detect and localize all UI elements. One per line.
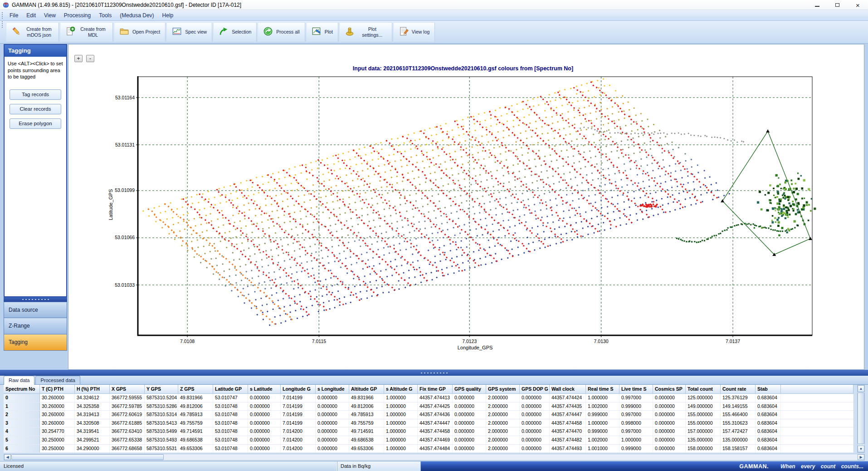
maximize-button[interactable] <box>827 0 848 10</box>
horizontal-splitter[interactable] <box>0 370 868 376</box>
toolbar-button-create-from-mdl[interactable]: Create from MDL <box>60 22 113 42</box>
cell: 0.000000 <box>653 394 686 402</box>
horizontal-scrollbar[interactable]: ◀ ▶ <box>4 454 865 461</box>
cell: 1.002000 <box>586 436 619 444</box>
column-header-spectrum-no[interactable]: Spectrum No <box>4 385 40 394</box>
menu-item-file[interactable]: File <box>5 11 22 20</box>
cell: 5875310.5413 <box>145 419 178 427</box>
menubar-grip[interactable] <box>1 12 4 19</box>
tab-processed-data[interactable]: Processed data <box>35 376 80 384</box>
cell: 0.000000 <box>453 394 486 402</box>
cell: 7.014199 <box>281 419 316 427</box>
menu-item-medusa-dev[interactable]: (Medusa Dev) <box>116 11 158 20</box>
accordion-item-z-range[interactable]: Z-Range <box>4 318 67 334</box>
plot-panel: 7.01087.01157.01237.01307.013753.0116453… <box>68 44 864 370</box>
cell: 125.376129 <box>721 394 756 402</box>
column-header-y-gps[interactable]: Y GPS <box>145 385 178 394</box>
column-header-real-time-s[interactable]: Real time S <box>586 385 619 394</box>
cell: 158.000000 <box>686 445 721 453</box>
table-row[interactable]: 530.25000034.299521366772.653385875310.5… <box>4 436 853 445</box>
column-header-wall-clock[interactable]: Wall clock <box>550 385 586 394</box>
scroll-left-arrow[interactable]: ◀ <box>4 454 11 460</box>
cell: 49.755759 <box>178 419 213 427</box>
cell: 44357.474447 <box>418 419 453 427</box>
column-header-h-pth[interactable]: H (%) PTH <box>75 385 110 394</box>
table-row[interactable]: 630.25000034.290000366772.686585875310.5… <box>4 445 853 453</box>
erase-polygon-button[interactable]: Erase polygon <box>10 118 61 129</box>
column-header-cosmics-sp[interactable]: Cosmics SP <box>653 385 686 394</box>
column-header-altitude-gp[interactable]: Altitude GP <box>349 385 384 394</box>
accordion-item-data-source[interactable]: Data source <box>4 302 67 318</box>
zoom-out-button[interactable]: - <box>86 55 94 62</box>
column-header-total-count[interactable]: Total count <box>686 385 721 394</box>
column-header-latitude-gp[interactable]: Latitude GP <box>213 385 248 394</box>
table-row[interactable]: 330.26000034.320508366772.618855875310.5… <box>4 419 853 428</box>
selection-arrow-icon <box>219 26 229 38</box>
cell: 5875310.5286 <box>145 402 178 411</box>
scroll-right-arrow[interactable]: ▶ <box>858 454 864 460</box>
column-header-s-altitude-g[interactable]: s Altitude G <box>384 385 418 394</box>
cell: 44357.474470 <box>550 427 586 436</box>
cell: 49.812006 <box>178 402 213 411</box>
tab-raw-data[interactable]: Raw data <box>4 376 34 385</box>
vertical-scrollbar[interactable]: ▲ ▼ <box>857 385 865 453</box>
sidebar-splitter[interactable] <box>4 297 67 302</box>
menu-item-help[interactable]: Help <box>158 11 178 20</box>
scroll-down-arrow[interactable]: ▼ <box>858 446 864 452</box>
cell: 0.000000 <box>453 427 486 436</box>
table-tab-bar: Raw dataProcessed data <box>0 376 868 385</box>
tag-records-button[interactable]: Tag records <box>10 89 61 100</box>
toolbar-button-create-from-mdos-json[interactable]: Create from mDOS json <box>6 22 59 42</box>
column-header-count-rate[interactable]: Count rate <box>721 385 756 394</box>
toolbar-button-plot-settings[interactable]: Plot settings... <box>339 22 392 42</box>
table-row[interactable]: 430.25477034.319541366772.634105875310.5… <box>4 427 853 436</box>
close-button[interactable]: × <box>848 0 868 10</box>
survey-scatter-plot[interactable]: 7.01087.01157.01237.01307.013753.0116453… <box>68 44 865 370</box>
column-header-fix-time-gp[interactable]: Fix time GP <box>418 385 453 394</box>
toolbar-grip[interactable] <box>1 21 4 28</box>
toolbar-button-spec-view[interactable]: Spec view <box>166 22 212 42</box>
column-header-s-latitude[interactable]: s Latitude <box>248 385 281 394</box>
table-row[interactable]: 030.26000034.324612366772.595555875310.5… <box>4 394 853 402</box>
zoom-in-button[interactable]: + <box>74 55 83 62</box>
toolbar-button-open-project[interactable]: Open Project <box>114 22 166 42</box>
table-row[interactable]: 230.26000034.319413366772.606195875310.5… <box>4 411 853 419</box>
menu-bar: FileEditViewProcessingTools(Medusa Dev)H… <box>0 10 868 21</box>
cell: 7.014199 <box>281 411 316 419</box>
column-header-longitude-g[interactable]: Longitude G <box>281 385 316 394</box>
accordion-item-tagging[interactable]: Tagging <box>4 334 67 351</box>
column-header-gps-quality[interactable]: GPS quality <box>453 385 486 394</box>
cell: 155.466400 <box>721 411 756 419</box>
cell: 0.000000 <box>248 427 281 436</box>
cell: 49.785913 <box>349 411 384 419</box>
table-row[interactable]: 130.26000034.325358366772.597855875310.5… <box>4 402 853 411</box>
menu-item-view[interactable]: View <box>40 11 60 20</box>
toolbar-button-process-all[interactable]: Process all <box>258 22 305 42</box>
column-header-s-longitude[interactable]: s Longitude <box>316 385 349 394</box>
menu-item-processing[interactable]: Processing <box>60 11 95 20</box>
vertical-scroll-thumb[interactable] <box>858 392 864 444</box>
cell: 34.324612 <box>75 394 110 402</box>
cell: 49.653306 <box>178 445 213 453</box>
clear-records-button[interactable]: Clear records <box>10 104 61 114</box>
column-header-gps-dop-g[interactable]: GPS DOP G <box>520 385 550 394</box>
menu-item-edit[interactable]: Edit <box>22 11 40 20</box>
minimize-button[interactable] <box>807 0 827 10</box>
column-header-z-gps[interactable]: Z GPS <box>178 385 213 394</box>
column-header-x-gps[interactable]: X GPS <box>110 385 145 394</box>
toolbar-button-plot[interactable]: Plot <box>306 22 338 42</box>
column-header-t-c-pth[interactable]: T (C) PTH <box>40 385 75 394</box>
close-icon: × <box>856 2 860 9</box>
column-header-live-time-s[interactable]: Live time S <box>619 385 653 394</box>
column-header-stab[interactable]: Stab <box>756 385 781 394</box>
cell: 49.785913 <box>178 411 213 419</box>
horizontal-scroll-thumb[interactable] <box>11 454 164 460</box>
menu-item-tools[interactable]: Tools <box>95 11 116 20</box>
cell: 1.000000 <box>384 436 418 444</box>
column-header-gps-system[interactable]: GPS system <box>486 385 520 394</box>
cell: 0.683604 <box>756 427 781 436</box>
minimize-icon <box>815 6 819 7</box>
toolbar-button-view-log[interactable]: View log <box>393 22 435 42</box>
toolbar-button-selection[interactable]: Selection <box>213 22 257 42</box>
scroll-up-arrow[interactable]: ▲ <box>858 385 864 392</box>
